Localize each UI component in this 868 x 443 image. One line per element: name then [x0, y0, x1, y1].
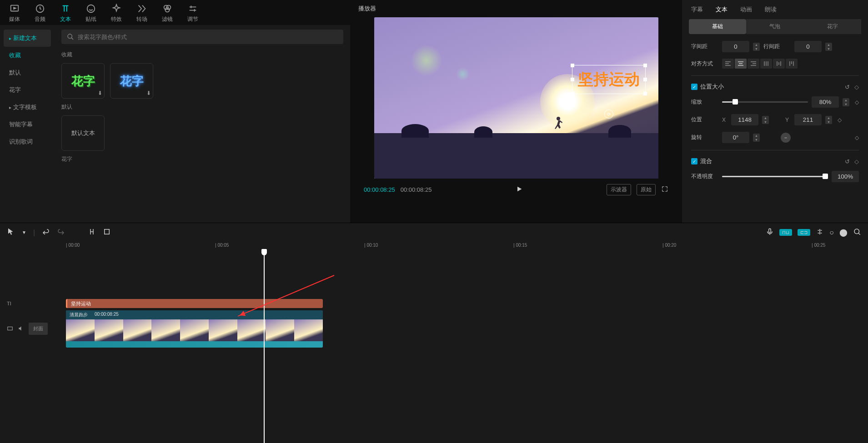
- sub-tab-basic[interactable]: 基础: [689, 19, 746, 34]
- rotation-input[interactable]: [722, 132, 749, 143]
- sub-tab-bubble[interactable]: 气泡: [746, 19, 803, 34]
- keyframe-icon[interactable]: ◇: [855, 99, 859, 105]
- undo-button[interactable]: [42, 228, 50, 238]
- text-overlay-selection[interactable]: 坚持运动 ⟳: [572, 65, 646, 94]
- line-spacing-input[interactable]: [794, 41, 822, 52]
- play-button[interactable]: [516, 185, 523, 194]
- tab-audio[interactable]: 音频: [35, 4, 45, 25]
- keyframe-icon[interactable]: ◇: [855, 134, 859, 141]
- redo-button[interactable]: [57, 228, 65, 238]
- align-center-button[interactable]: [735, 59, 747, 69]
- scope-button[interactable]: 示波器: [607, 184, 631, 195]
- mic-icon[interactable]: [766, 228, 774, 238]
- sidebar-favorites[interactable]: 收藏: [4, 47, 51, 64]
- align-right-button[interactable]: [748, 59, 759, 69]
- tab-text[interactable]: 文本: [60, 4, 71, 25]
- position-y-input[interactable]: [794, 114, 822, 125]
- align-v3-button[interactable]: [786, 59, 798, 69]
- sidebar-huazi[interactable]: 花字: [4, 81, 51, 99]
- prop-tab-read[interactable]: 朗读: [765, 5, 777, 14]
- video-clip[interactable]: 清晨跑步00:00:08:25: [66, 310, 323, 348]
- y-stepper[interactable]: ▲▼: [825, 116, 832, 124]
- search-bar[interactable]: [61, 30, 343, 44]
- opacity-slider[interactable]: [722, 176, 828, 177]
- timeline-ruler[interactable]: | 00:00 | 00:05 | 00:10 | 00:15 | 00:20 …: [66, 242, 868, 251]
- clip-thumbnails: [66, 319, 323, 341]
- blend-checkbox[interactable]: ✓: [691, 158, 697, 164]
- position-x-input[interactable]: [731, 114, 758, 125]
- zoom-out-button[interactable]: ○: [829, 229, 834, 237]
- tab-sticker[interactable]: 贴纸: [85, 4, 96, 25]
- scale-stepper[interactable]: ▲▼: [843, 98, 849, 106]
- player-viewport[interactable]: 坚持运动 ⟳: [374, 17, 658, 179]
- tab-filter[interactable]: 滤镜: [162, 4, 173, 25]
- zoom-slider[interactable]: ⬤: [839, 228, 848, 237]
- keyframe-icon[interactable]: ◇: [854, 158, 859, 165]
- select-tool[interactable]: [7, 228, 15, 238]
- prop-tab-animation[interactable]: 动画: [740, 5, 752, 14]
- split-button[interactable]: [88, 228, 96, 238]
- zoom-fit-button[interactable]: [853, 228, 861, 238]
- text-clip[interactable]: 坚持运动: [66, 299, 323, 308]
- reset-icon[interactable]: ↺: [845, 84, 850, 90]
- original-button[interactable]: 原始: [637, 184, 656, 195]
- rotation-label: 旋转: [691, 134, 718, 141]
- text-track-icon: TI: [7, 301, 11, 306]
- align-v1-button[interactable]: [760, 59, 772, 69]
- align-v2-button[interactable]: [773, 59, 785, 69]
- sidebar-template[interactable]: ▸文字模板: [4, 99, 51, 116]
- resize-handle[interactable]: [643, 92, 647, 95]
- resize-handle[interactable]: [643, 64, 647, 67]
- align-left-button[interactable]: [722, 59, 734, 69]
- opacity-label: 不透明度: [691, 173, 718, 180]
- tab-media[interactable]: 媒体: [9, 4, 20, 25]
- char-spacing-stepper[interactable]: ▲▼: [753, 43, 760, 51]
- sub-tab-huazi[interactable]: 花字: [804, 19, 861, 34]
- cover-button[interactable]: 封面: [29, 323, 48, 335]
- preset-huazi-2[interactable]: 花字⬇: [110, 63, 153, 99]
- line-spacing-stepper[interactable]: ▲▼: [825, 43, 832, 51]
- crop-button[interactable]: [103, 228, 111, 238]
- keyframe-icon[interactable]: ◇: [854, 84, 859, 90]
- chevron-down-icon[interactable]: ▼: [22, 230, 26, 235]
- sidebar-smart-subtitle[interactable]: 智能字幕: [4, 116, 51, 133]
- resize-handle[interactable]: [571, 78, 574, 81]
- keyframe-icon[interactable]: ◇: [838, 117, 842, 123]
- scale-slider[interactable]: [722, 101, 808, 103]
- playhead[interactable]: [264, 250, 265, 443]
- prop-tab-subtitle[interactable]: 字幕: [691, 5, 703, 14]
- x-label: X: [722, 117, 728, 123]
- preset-huazi-1[interactable]: 花字⬇: [61, 63, 105, 99]
- sidebar-default[interactable]: 默认: [4, 64, 51, 81]
- tab-adjust[interactable]: 调节: [187, 4, 198, 25]
- opacity-input[interactable]: [832, 171, 859, 182]
- char-spacing-input[interactable]: [722, 41, 749, 52]
- rotation-stepper[interactable]: ▲▼: [753, 134, 760, 142]
- resize-handle[interactable]: [571, 64, 574, 67]
- scale-input[interactable]: [812, 96, 839, 108]
- sidebar-new-text[interactable]: ▸新建文本: [4, 30, 51, 47]
- sidebar-lyrics[interactable]: 识别歌词: [4, 133, 51, 150]
- position-size-checkbox[interactable]: ✓: [691, 84, 697, 90]
- download-icon[interactable]: ⬇: [98, 90, 102, 96]
- preset-default-text[interactable]: 默认文本: [61, 115, 105, 151]
- download-icon[interactable]: ⬇: [146, 90, 151, 96]
- rotate-handle[interactable]: ⟳: [604, 110, 613, 119]
- flip-button[interactable]: −: [781, 133, 791, 143]
- resize-handle[interactable]: [643, 78, 647, 81]
- align-icon[interactable]: [816, 228, 824, 238]
- magnet-button[interactable]: ⊓⊔: [779, 229, 792, 236]
- ruler-tick: | 00:10: [364, 243, 378, 248]
- tab-transition[interactable]: 转场: [136, 4, 147, 25]
- resize-handle[interactable]: [571, 92, 574, 95]
- reset-icon[interactable]: ↺: [845, 158, 850, 165]
- fullscreen-button[interactable]: [661, 185, 668, 194]
- search-input[interactable]: [78, 34, 338, 40]
- scale-label: 缩放: [691, 98, 718, 106]
- link-button[interactable]: ⊏⊐: [798, 229, 810, 236]
- mute-icon[interactable]: [18, 325, 24, 333]
- prop-tab-text[interactable]: 文本: [716, 5, 728, 14]
- tab-effect[interactable]: 特效: [111, 4, 122, 25]
- x-stepper[interactable]: ▲▼: [762, 116, 769, 124]
- tracks-area[interactable]: TI 坚持运动 封面 清晨跑步00:00:08:25: [0, 251, 868, 443]
